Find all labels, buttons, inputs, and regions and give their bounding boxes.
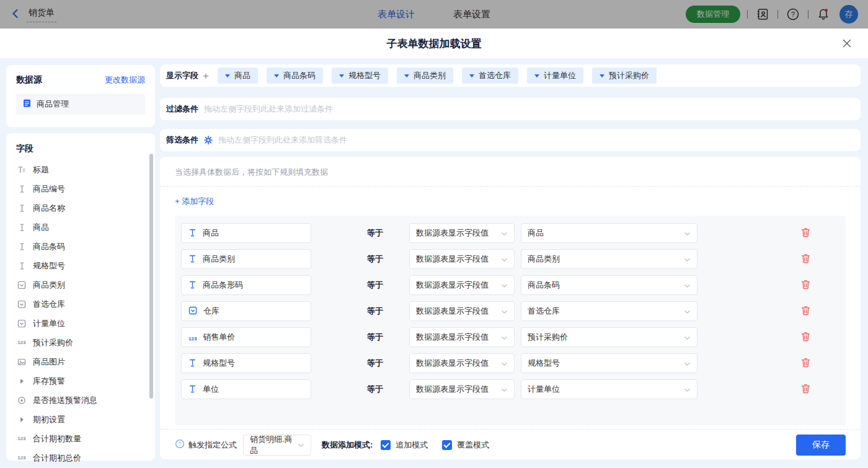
delete-rule-button[interactable] [800,332,811,343]
tag-label: 商品条码 [283,70,316,81]
caret-down-icon [469,74,474,77]
field-label: 期初设置 [33,414,65,425]
field-item[interactable]: 商品名称 [16,198,149,218]
back-button[interactable] [9,7,22,21]
field-item[interactable]: 计量单位 [16,314,149,333]
field-item[interactable]: 商品条码 [16,237,149,256]
source-type-select[interactable]: 数据源表显示字段值 [409,249,515,269]
tab-form-design[interactable]: 表单设计 [378,9,415,20]
field-item[interactable]: 商品编号 [16,179,149,198]
subform-field-box[interactable]: 商品类别 [181,249,311,269]
field-item[interactable]: 首选仓库 [16,294,149,314]
source-type-select[interactable]: 数据源表显示字段值 [409,301,515,321]
subform-field-box[interactable]: 商品条形码 [181,275,311,295]
data-manage-button[interactable]: 数据管理 [686,6,740,23]
field-item[interactable]: 是否推送预警消息 [16,391,149,410]
number-field-icon [16,455,27,461]
trash-icon [801,227,810,239]
source-field-select[interactable]: 商品 [521,223,698,243]
field-item[interactable]: 商品 [16,218,149,237]
source-type-select[interactable]: 数据源表显示字段值 [409,327,515,347]
filter-condition-card[interactable]: 过滤条件 拖动左侧字段到此处来添加过滤条件 [160,98,861,120]
save-button[interactable]: 保存 [796,435,846,456]
subform-field-label: 销售单价 [203,332,235,343]
tab-form-settings[interactable]: 表单设置 [453,9,490,20]
subform-field-box[interactable]: 单位 [181,379,311,399]
subform-field-box[interactable]: 销售单价 [181,327,311,347]
delete-rule-button[interactable] [800,358,811,369]
field-label: 商品名称 [33,203,65,214]
field-item[interactable]: 预计采购价 [16,333,149,352]
source-field-select[interactable]: 计量单位 [521,379,698,399]
source-field-select[interactable]: 首选仓库 [521,301,698,321]
field-item[interactable]: 商品图片 [16,352,149,371]
close-button[interactable] [839,37,854,51]
operator-label: 等于 [367,227,384,239]
source-field-value: 首选仓库 [528,306,560,317]
help-circle-icon[interactable]: ? [175,439,185,451]
fill-rules-card: 当选择具体数据后，将按如下规则填充数据 + 添加字段 商品 等于 数据源表显示字… [160,157,861,459]
dialog-body: 数据源 更改数据源 商品管理 字段 标题 商品编号 商品名称 商品 商品条码 [0,59,868,468]
divider [160,186,861,187]
source-field-select[interactable]: 商品条码 [521,275,698,295]
subform-field-box[interactable]: 规格型号 [181,353,311,373]
append-mode-checkbox[interactable]: 追加模式 [381,439,428,451]
subform-field-box[interactable]: 商品 [181,223,311,243]
source-type-value: 数据源表显示字段值 [416,358,489,369]
display-field-tag[interactable]: 首选仓库 [462,68,518,84]
text-field-icon [16,262,27,270]
subform-field-box[interactable]: 仓库 [181,301,311,321]
delete-rule-button[interactable] [800,227,811,239]
dropdown-field-icon [16,300,27,309]
source-type-select[interactable]: 数据源表显示字段值 [409,275,515,295]
user-avatar[interactable]: 存 [839,5,858,24]
source-type-value: 数据源表显示字段值 [416,280,489,291]
contact-book-icon[interactable] [755,6,771,22]
display-field-tag[interactable]: 计量单位 [527,68,583,84]
source-field-value: 商品类别 [528,254,560,265]
rule-row: 单位 等于 数据源表显示字段值 计量单位 [181,379,839,399]
chevron-down-icon [501,359,508,368]
field-item[interactable]: 库存预警 [16,371,149,391]
help-icon[interactable]: ? [785,6,801,22]
display-field-tag[interactable]: 预计采购价 [592,68,657,84]
field-item[interactable]: 商品类别 [16,275,149,294]
add-rule-field-link[interactable]: + 添加字段 [175,196,214,207]
display-field-tag[interactable]: 商品条码 [267,68,323,84]
field-item[interactable]: 期初设置 [16,410,149,429]
delete-rule-button[interactable] [800,384,811,395]
delete-rule-button[interactable] [800,306,811,317]
overwrite-mode-checkbox[interactable]: 覆盖模式 [442,439,489,451]
field-item[interactable]: 标题 [16,160,149,179]
source-type-select[interactable]: 数据源表显示字段值 [409,353,515,373]
source-field-value: 计量单位 [528,384,560,395]
source-field-select[interactable]: 规格型号 [521,353,698,373]
trigger-formula-select[interactable]: 销货明细.商品 [243,435,311,456]
source-type-select[interactable]: 数据源表显示字段值 [409,223,515,243]
datasource-item[interactable]: 商品管理 [16,94,145,115]
field-item[interactable]: 合计期初数量 [16,429,149,448]
form-name[interactable]: 销货单 [27,6,56,22]
chevron-down-icon [501,281,508,290]
source-field-select[interactable]: 预计采购价 [521,327,698,347]
gear-icon[interactable] [204,136,213,144]
field-label: 商品 [33,222,49,233]
rule-row: 仓库 等于 数据源表显示字段值 首选仓库 [181,301,839,321]
fields-scrollbar[interactable] [149,154,153,399]
add-display-field-button[interactable]: + [203,71,209,81]
field-item[interactable]: 规格型号 [16,256,149,275]
display-field-tag[interactable]: 商品 [218,68,258,84]
sift-condition-card[interactable]: 筛选条件 拖动左侧字段到此处来添加筛选条件 [160,129,861,151]
source-field-value: 商品 [528,227,544,239]
display-field-tag[interactable]: 商品类别 [397,68,453,84]
field-item[interactable]: 合计期初总价 [16,448,149,467]
divider [777,10,778,19]
chevron-down-icon [501,385,508,394]
source-field-select[interactable]: 商品类别 [521,249,698,269]
display-field-tag[interactable]: 规格型号 [332,68,388,84]
delete-rule-button[interactable] [800,254,811,265]
notification-bell-icon[interactable] [815,6,831,22]
change-datasource-link[interactable]: 更改数据源 [105,74,145,86]
source-type-select[interactable]: 数据源表显示字段值 [409,379,515,399]
delete-rule-button[interactable] [800,280,811,291]
